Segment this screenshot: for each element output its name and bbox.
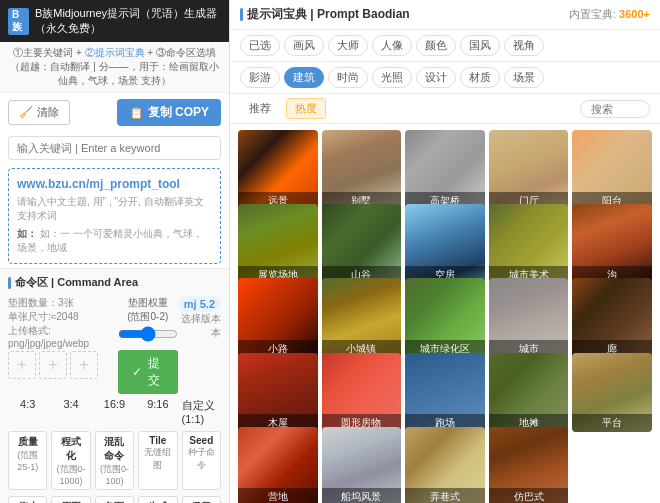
right-header: 提示词宝典 | Prompt Baodian 内置宝典: 3600+	[230, 0, 660, 30]
upload-box-2[interactable]: +	[39, 351, 67, 379]
tag-row1-3[interactable]: 人像	[372, 35, 412, 56]
image-card-6[interactable]: 山谷	[322, 204, 402, 284]
param-buttons-row2: 停止步数(范围10-100)原图模式(RAW模式)负面词--no生成多张--re…	[8, 496, 221, 503]
param-btn-2[interactable]: 混乱命令(范围0-100)	[95, 431, 134, 490]
image-card-18[interactable]: 地摊	[489, 353, 569, 433]
param-btn-sub-4: 种子命令	[187, 446, 216, 472]
image-card-20[interactable]: 营地	[238, 427, 318, 503]
version-badge[interactable]: mj 5.2	[178, 296, 221, 312]
param-btn2-0[interactable]: 停止步数(范围10-100)	[8, 496, 47, 503]
param-btn2-4[interactable]: 保留视频--video	[182, 496, 221, 503]
image-card-0[interactable]: 远景	[238, 130, 318, 210]
param-btn-sub-0: (范围 25-1)	[13, 449, 42, 472]
image-card-4[interactable]: 阳台	[572, 130, 652, 210]
tag-row2-4[interactable]: 设计	[416, 67, 456, 88]
tag-row1-2[interactable]: 大师	[328, 35, 368, 56]
tag-row2-2[interactable]: 时尚	[328, 67, 368, 88]
tag-row2-6[interactable]: 场景	[504, 67, 544, 88]
image-card-7[interactable]: 空房	[405, 204, 485, 284]
tag-row1-0[interactable]: 已选	[240, 35, 280, 56]
inner-label: 内置宝典:	[569, 8, 616, 20]
tags-row1: 已选画风大师人像颜色国风视角	[230, 30, 660, 62]
image-grid: 远景 别墅 高架桥 门厅 阳台 展览场地 山谷 空房 城市美术 沟	[230, 124, 660, 503]
command-title: 命令区 | Command Area	[8, 275, 221, 290]
image-card-19[interactable]: 平台	[572, 353, 652, 433]
filter-btn-0[interactable]: 推荐	[240, 98, 280, 119]
param-btn-title-4: Seed	[187, 435, 216, 446]
param-btn2-3[interactable]: 生成多张--repeat	[138, 496, 177, 503]
clear-label: 清除	[37, 105, 59, 120]
weight-slider[interactable]	[118, 326, 178, 342]
image-card-11[interactable]: 小城镇	[322, 278, 402, 358]
tag-row2-5[interactable]: 材质	[460, 67, 500, 88]
param-btn-0[interactable]: 质量(范围 25-1)	[8, 431, 47, 490]
param-value-item-2[interactable]: 16:9	[95, 398, 134, 425]
param-value-0: 4:3	[20, 398, 35, 410]
param-value-item-4[interactable]: 自定义(1:1)	[182, 398, 221, 425]
param-value-item-0[interactable]: 4:3	[8, 398, 47, 425]
clear-button[interactable]: 🧹 清除	[8, 100, 70, 125]
submit-label: 提交	[145, 355, 164, 389]
param-btn2-1[interactable]: 原图模式(RAW模式)	[51, 496, 90, 503]
image-card-9[interactable]: 沟	[572, 204, 652, 284]
param-btn-4[interactable]: Seed种子命令	[182, 431, 221, 490]
image-card-8[interactable]: 城市美术	[489, 204, 569, 284]
prompt-hint1: 请输入中文主题, 用" , "分开, 自动翻译英文支持术词	[17, 195, 212, 223]
copy-button[interactable]: 📋 复制 COPY	[117, 99, 221, 126]
image-card-17[interactable]: 跑场	[405, 353, 485, 433]
image-card-15[interactable]: 木屋	[238, 353, 318, 433]
tag-row1-1[interactable]: 画风	[284, 35, 324, 56]
app-title: B族Midjourney提示词（咒语）生成器（永久免费）	[35, 6, 221, 36]
prompt-url: www.bzu.cn/mj_prompt_tool	[17, 177, 212, 191]
tag-row1-5[interactable]: 国风	[460, 35, 500, 56]
right-panel: 提示词宝典 | Prompt Baodian 内置宝典: 3600+ 已选画风大…	[230, 0, 660, 503]
image-label-23: 仿巴式	[489, 488, 569, 503]
param-btn-3[interactable]: Tile无缝组图	[138, 431, 177, 490]
image-card-14[interactable]: 廊	[572, 278, 652, 358]
tag-row1-6[interactable]: 视角	[504, 35, 544, 56]
copy-icon: 📋	[129, 106, 144, 120]
image-card-13[interactable]: 城市	[489, 278, 569, 358]
param-buttons-row1: 质量(范围 25-1)程式化(范围0-1000)混乱命令(范围0-100)Til…	[8, 431, 221, 490]
upload-support: 上传格式: png/jpg/jpeg/webp	[8, 324, 118, 349]
param-value-item-3[interactable]: 9:16	[138, 398, 177, 425]
subheader-part2[interactable]: ②提示词宝典	[85, 47, 145, 58]
tag-row1-4[interactable]: 颜色	[416, 35, 456, 56]
upload-box-1[interactable]: +	[8, 351, 36, 379]
image-label-20: 营地	[238, 488, 318, 503]
weight-label: 垫图权重	[118, 296, 178, 310]
image-label-22: 弄巷式	[405, 488, 485, 503]
param-btn-title-0: 质量	[13, 435, 42, 449]
image-label-19: 平台	[572, 414, 652, 432]
filter-btn-1[interactable]: 热度	[286, 98, 326, 119]
upload-label: 垫图数量：3张	[8, 296, 118, 310]
tag-row2-1[interactable]: 建筑	[284, 67, 324, 88]
image-card-21[interactable]: 船坞风景	[322, 427, 402, 503]
param-value-2: 16:9	[104, 398, 125, 410]
image-card-22[interactable]: 弄巷式	[405, 427, 485, 503]
image-card-23[interactable]: 仿巴式	[489, 427, 569, 503]
upload-box-3[interactable]: +	[70, 351, 98, 379]
param-value-4: 自定义(1:1)	[182, 398, 221, 425]
submit-button[interactable]: ✓ 提交	[118, 350, 178, 394]
version-sublabel: 选择版本本	[178, 312, 221, 340]
subheader-sep1: +	[76, 47, 82, 58]
param-btn-1[interactable]: 程式化(范围0-1000)	[51, 431, 90, 490]
image-card-5[interactable]: 展览场地	[238, 204, 318, 284]
image-card-16[interactable]: 圆形房物	[322, 353, 402, 433]
prompt-display: www.bzu.cn/mj_prompt_tool 请输入中文主题, 用" , …	[8, 168, 221, 264]
image-card-2[interactable]: 高架桥	[405, 130, 485, 210]
param-btn-title-1: 程式化	[56, 435, 85, 463]
keyword-input[interactable]	[8, 136, 221, 160]
param-value-item-1[interactable]: 3:4	[51, 398, 90, 425]
image-card-3[interactable]: 门厅	[489, 130, 569, 210]
search-input[interactable]	[580, 100, 650, 118]
upload-block: 垫图数量：3张 单张尺寸:≈2048 上传格式: png/jpg/jpeg/we…	[8, 296, 118, 379]
image-card-10[interactable]: 小路	[238, 278, 318, 358]
image-card-12[interactable]: 城市绿化区	[405, 278, 485, 358]
param-btn2-2[interactable]: 负面词--no	[95, 496, 134, 503]
tag-row2-3[interactable]: 光照	[372, 67, 412, 88]
inner-count: 3600+	[619, 8, 650, 20]
tag-row2-0[interactable]: 影游	[240, 67, 280, 88]
image-card-1[interactable]: 别墅	[322, 130, 402, 210]
